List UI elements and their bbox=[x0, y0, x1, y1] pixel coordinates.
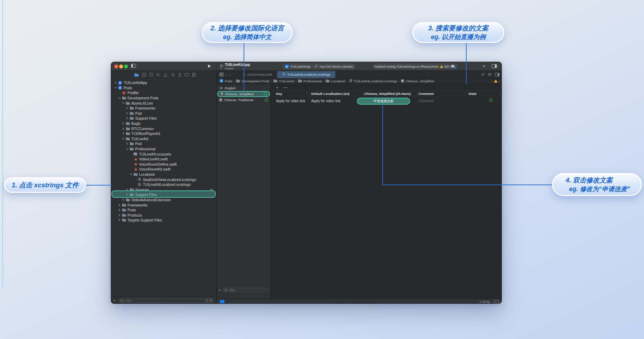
breadcrumb-item[interactable]: TUILiveKitLocalized.xcstrings bbox=[349, 79, 397, 83]
chinese-translation-cell-highlight[interactable]: 申请视频连麦 bbox=[357, 98, 410, 105]
default-localization-cell[interactable]: Apply for video link bbox=[311, 99, 340, 103]
tree-item[interactable]: RTCCommon bbox=[111, 126, 216, 131]
language-row[interactable]: 简Chinese, Simplified bbox=[217, 91, 270, 97]
editor-layout-icon[interactable] bbox=[492, 64, 497, 69]
table-row[interactable]: Apply for video link Apply for video lin… bbox=[271, 97, 502, 106]
bookmark-navigator-icon[interactable] bbox=[150, 73, 153, 77]
minimize-window-button[interactable] bbox=[119, 65, 123, 68]
inspector-panel-icon[interactable] bbox=[495, 73, 499, 76]
chevron-right-icon[interactable] bbox=[122, 127, 125, 130]
tree-item[interactable]: Development Pods bbox=[111, 96, 216, 101]
tree-item[interactable]: Pods bbox=[111, 85, 216, 91]
chevron-right-icon[interactable] bbox=[125, 117, 129, 120]
tree-item[interactable]: Support Files bbox=[111, 116, 216, 121]
tree-item[interactable]: Localized bbox=[111, 172, 216, 177]
issue-navigator-icon[interactable] bbox=[163, 73, 168, 77]
column-comment[interactable]: Comment bbox=[419, 92, 434, 96]
debug-navigator-icon[interactable] bbox=[178, 73, 181, 77]
chevron-right-icon[interactable] bbox=[114, 81, 117, 84]
tree-item[interactable]: TUILiveKit.xcassets bbox=[111, 151, 216, 157]
chevron-down-icon[interactable] bbox=[122, 137, 125, 140]
tree-item[interactable]: AtomicXCore bbox=[111, 100, 216, 106]
key-cell[interactable]: Apply for video link bbox=[276, 99, 305, 103]
comment-cell-placeholder[interactable]: Comment bbox=[419, 99, 434, 103]
tree-item[interactable]: TCEffectPlayerKit bbox=[111, 131, 216, 136]
tree-item[interactable]: Podfile bbox=[111, 90, 216, 96]
chevron-right-icon[interactable] bbox=[122, 122, 125, 125]
recents-clock-icon[interactable] bbox=[206, 299, 208, 302]
chevron-right-icon[interactable] bbox=[122, 198, 125, 201]
breadcrumb-item[interactable]: Pods bbox=[220, 79, 232, 83]
add-string-button[interactable]: + bbox=[276, 85, 278, 90]
swap-arrows-icon[interactable] bbox=[481, 73, 485, 76]
remove-string-button[interactable]: — bbox=[283, 85, 288, 90]
add-file-button[interactable]: + bbox=[113, 298, 116, 303]
breadcrumb-item[interactable]: TUILiveKit bbox=[273, 79, 294, 83]
language-filter-field[interactable] bbox=[222, 288, 269, 292]
tree-item[interactable]: Targets Support Files bbox=[111, 218, 216, 223]
language-filter-input[interactable] bbox=[229, 288, 267, 292]
tree-item[interactable]: VoiceRoomKit.swift bbox=[111, 167, 216, 172]
toggle-sidebar-icon[interactable] bbox=[131, 64, 136, 68]
scheme-selector[interactable]: ▶ TUILiveKitApp › Any iOS Device (arm64) bbox=[283, 63, 356, 69]
zoom-window-button[interactable] bbox=[124, 65, 128, 68]
prev-issue-chevron-icon[interactable]: ‹ bbox=[491, 79, 492, 83]
chevron-right-icon[interactable] bbox=[118, 219, 121, 221]
tree-item[interactable]: Pod bbox=[111, 111, 216, 116]
column-state[interactable]: State bbox=[468, 92, 476, 96]
chevron-down-icon[interactable] bbox=[122, 102, 125, 104]
minimap-lines-icon[interactable] bbox=[488, 73, 492, 76]
activity-viewer[interactable]: Finished running TUILiveKitApp on iPhone… bbox=[374, 63, 458, 69]
chevron-right-icon[interactable] bbox=[118, 204, 121, 206]
chevron-right-icon[interactable] bbox=[118, 214, 121, 217]
chevron-right-icon[interactable] bbox=[118, 209, 121, 211]
sort-chevron-icon[interactable]: ⌃ bbox=[305, 92, 308, 96]
tree-item[interactable]: SeatGridViewLocalized.xcstrings bbox=[111, 177, 216, 182]
breakpoint-navigator-icon[interactable] bbox=[185, 73, 189, 76]
tree-item[interactable]: Professional bbox=[111, 146, 216, 152]
tab-active[interactable]: TUILiveKitLocalized.xcstrings bbox=[277, 71, 335, 78]
tree-item[interactable]: Frameworks bbox=[111, 202, 216, 208]
tree-item[interactable]: Products bbox=[111, 212, 216, 218]
tree-item[interactable]: TUILiveKitApp bbox=[111, 80, 216, 85]
tree-item[interactable]: TUILiveKit bbox=[111, 136, 216, 142]
chevron-right-icon[interactable] bbox=[125, 112, 129, 115]
column-chinese-simplified[interactable]: Chinese, Simplified (zh-Hans) bbox=[364, 92, 411, 96]
chevron-down-icon[interactable] bbox=[118, 97, 121, 99]
test-navigator-icon[interactable] bbox=[171, 73, 175, 77]
back-chevron-icon[interactable]: ‹ bbox=[226, 73, 227, 77]
project-navigator-icon[interactable] bbox=[134, 73, 139, 77]
chevron-down-icon[interactable] bbox=[129, 173, 132, 175]
chevron-down-icon[interactable] bbox=[114, 86, 117, 89]
tree-item[interactable]: Frameworks bbox=[111, 106, 216, 111]
close-window-button[interactable] bbox=[114, 65, 118, 68]
warning-badge[interactable]: 428 bbox=[440, 65, 449, 68]
tree-item[interactable]: VideoAdvanceExtension bbox=[111, 197, 216, 203]
chevron-down-icon[interactable] bbox=[125, 148, 129, 150]
source-control-navigator-icon[interactable] bbox=[142, 73, 146, 77]
column-key[interactable]: Key bbox=[276, 92, 282, 96]
breadcrumb-item[interactable]: Development Pods bbox=[236, 79, 269, 83]
add-language-button[interactable]: + bbox=[219, 288, 221, 293]
tree-item[interactable]: Pod bbox=[111, 141, 216, 146]
filter-add-icon[interactable] bbox=[209, 299, 212, 302]
navigator-filter-field[interactable] bbox=[118, 298, 214, 303]
breadcrumb-item[interactable]: Localized bbox=[325, 79, 345, 83]
device-preview-icon[interactable] bbox=[494, 300, 499, 303]
column-default-localization[interactable]: Default Localization (en) bbox=[311, 92, 350, 96]
editor-grid-icon[interactable] bbox=[220, 73, 223, 76]
tree-item[interactable]: VideoLiveKit.swift bbox=[111, 157, 216, 162]
tree-item[interactable]: VoiceRoomDefine.swift bbox=[111, 162, 216, 167]
chevron-right-icon[interactable] bbox=[125, 142, 129, 145]
tree-item[interactable]: TUILiveKitLocalized.xcstrings bbox=[111, 182, 216, 187]
chevron-right-icon[interactable] bbox=[125, 107, 129, 110]
tree-item[interactable]: Bugly bbox=[111, 121, 216, 126]
report-navigator-icon[interactable] bbox=[192, 73, 196, 77]
find-navigator-icon[interactable] bbox=[156, 73, 160, 77]
language-row[interactable]: 繁Chinese, Traditional bbox=[217, 97, 270, 103]
tab-inactive[interactable]: AnchorView.swift bbox=[237, 71, 277, 78]
chevron-right-icon[interactable] bbox=[122, 132, 125, 135]
breadcrumb-item[interactable]: Chinese, Simplified bbox=[401, 79, 434, 83]
run-button[interactable] bbox=[208, 64, 211, 69]
editor-mode-chip[interactable] bbox=[220, 300, 224, 303]
